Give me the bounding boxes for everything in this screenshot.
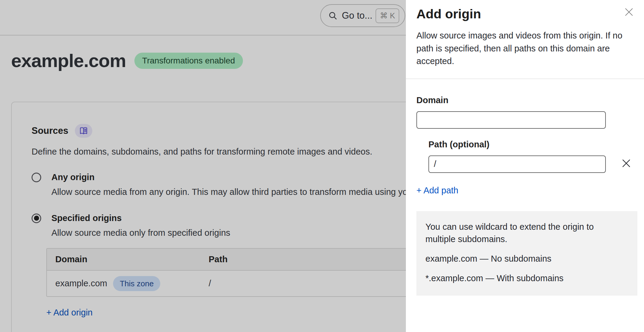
path-field-group: Path (optional): [428, 140, 644, 173]
no-subdomains-example: example.com — No subdomains: [425, 253, 628, 265]
add-origin-panel: Add origin Allow source images and video…: [406, 0, 644, 332]
add-path-link[interactable]: + Add path: [416, 186, 458, 195]
close-icon: [624, 7, 634, 17]
path-input[interactable]: [428, 155, 606, 173]
domain-field-label: Domain: [416, 95, 644, 105]
wildcard-info-box: You can use wildcard to extend the origi…: [416, 211, 637, 296]
remove-path-x-icon: [621, 158, 631, 168]
remove-path-button[interactable]: [620, 157, 632, 169]
with-subdomains-example: *.example.com — With subdomains: [425, 272, 628, 284]
close-panel-button[interactable]: [622, 5, 636, 19]
domain-field-group: Domain: [416, 95, 644, 129]
panel-title: Add origin: [416, 7, 644, 21]
path-field-label: Path (optional): [428, 140, 644, 149]
domain-input[interactable]: [416, 111, 606, 129]
panel-description: Allow source images and videos from this…: [416, 29, 634, 68]
wildcard-info-text: You can use wildcard to extend the origi…: [425, 221, 621, 245]
panel-divider: [406, 78, 644, 79]
